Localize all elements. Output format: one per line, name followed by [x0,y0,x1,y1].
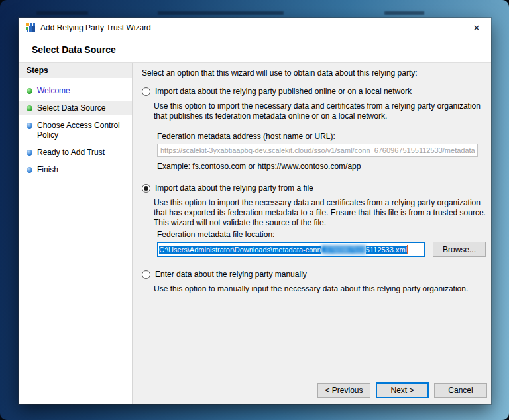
desktop-background: Add Relying Party Trust Wizard ✕ Select … [0,0,509,420]
intro-text: Select an option that this wizard will u… [142,68,486,78]
federation-metadata-address-label: Federation metadata address (host name o… [157,132,486,142]
title-bar: Add Relying Party Trust Wizard ✕ [19,18,491,38]
wizard-content-pane: Select an option that this wizard will u… [133,63,491,376]
file-path-redacted-text: _6760967515 [321,246,366,254]
next-button[interactable]: Next > [376,382,429,398]
radio-option-import-online[interactable]: Import data about the relying party publ… [142,87,486,97]
adfs-app-icon [25,23,36,33]
previous-button[interactable]: < Previous [317,383,370,398]
add-relying-party-trust-wizard-dialog: Add Relying Party Trust Wizard ✕ Select … [19,18,491,404]
step-item-select-data-source: Select Data Source [19,101,132,115]
file-path-selected-text: C:\Users\Administrator\Downloads\metadat… [159,246,321,254]
step-item-welcome: Welcome [19,84,132,98]
cancel-button[interactable]: Cancel [434,383,487,398]
steps-header: Steps [19,63,132,78]
radio-option-import-file[interactable]: Import data about the relying party from… [142,184,486,193]
federation-metadata-address-input[interactable] [157,144,478,157]
radio-unselected-icon[interactable] [142,87,150,96]
radio-option-enter-manually[interactable]: Enter data about the relying party manua… [142,270,486,280]
wizard-button-bar: < Previous Next > Cancel [133,376,491,404]
steps-list: Welcome Select Data Source Choose Access… [19,84,132,177]
background-window-fragment [384,11,424,15]
step-bullet-upcoming-icon [27,150,32,156]
text-caret [407,245,408,254]
steps-sidebar: Steps Welcome Select Data Source Choose … [19,63,133,404]
close-icon[interactable]: ✕ [471,22,482,34]
radio-option-enter-manually-label[interactable]: Enter data about the relying party manua… [155,270,307,280]
step-bullet-upcoming-icon [27,123,32,129]
radio-unselected-icon[interactable] [142,270,150,279]
address-example-text: Example: fs.contoso.com or https://www.c… [157,162,486,172]
step-bullet-upcoming-icon [27,167,32,173]
radio-selected-icon[interactable] [142,184,150,193]
step-item-finish: Finish [19,163,132,177]
background-window-fragment [158,11,284,15]
import-file-description: Use this option to import the necessary … [154,198,486,228]
federation-metadata-file-label: Federation metadata file location: [157,230,486,240]
background-window-fragment [36,11,88,15]
enter-manually-description: Use this option to manually input the ne… [154,284,486,294]
radio-option-import-file-label[interactable]: Import data about the relying party from… [155,184,313,193]
file-path-selected-text: 5112533.xml [366,246,407,254]
import-online-description: Use this option to import the necessary … [154,101,486,121]
step-item-ready-to-add-trust: Ready to Add Trust [19,146,132,160]
step-bullet-completed-icon [27,105,32,111]
window-title: Add Relying Party Trust Wizard [40,23,151,32]
radio-option-import-online-label[interactable]: Import data about the relying party publ… [155,87,412,97]
browse-button[interactable]: Browse... [433,242,486,257]
page-title: Select Data Source [19,38,491,62]
step-item-choose-access-control-policy: Choose Access Control Policy [19,119,132,142]
step-bullet-completed-icon [27,88,32,94]
federation-metadata-file-input[interactable]: C:\Users\Administrator\Downloads\metadat… [157,242,425,257]
